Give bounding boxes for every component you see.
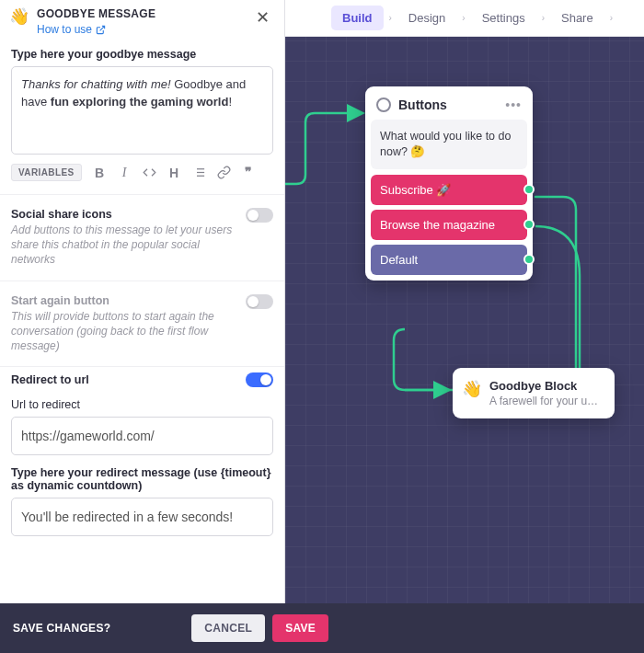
buttons-node-icon [376,97,391,112]
quote-icon[interactable]: ❞ [242,166,256,179]
button-option-subscribe[interactable]: Subscribe 🚀 [371,175,527,205]
button-option-browse[interactable]: Browse the magazine [371,210,527,240]
chevron-right-icon: › [462,13,465,23]
tab-build[interactable]: Build [331,6,384,30]
save-button[interactable]: SAVE [272,614,328,642]
heading-icon[interactable]: H [167,166,181,179]
code-icon[interactable] [143,166,156,179]
save-footer: SAVE CHANGES? CANCEL SAVE [0,603,644,653]
social-share-desc: Add buttons to this message to let your … [11,223,235,268]
redirect-title: Redirect to url [11,373,89,386]
how-to-use-label: How to use [37,23,92,36]
list-icon[interactable] [192,166,206,179]
side-panel: 👋 GOODBYE MESSAGE How to use ✕ Type here… [0,0,285,603]
output-port[interactable] [523,254,535,265]
chevron-right-icon: › [610,13,613,23]
output-port[interactable] [523,219,535,230]
panel-header: 👋 GOODBYE MESSAGE How to use ✕ [0,0,284,40]
buttons-node-prompt[interactable]: What would you like to do now? 🤔 [371,120,527,169]
redirect-toggle[interactable] [246,372,273,387]
social-share-title: Social share icons [11,208,235,221]
start-again-desc: This will provide buttons to start again… [11,309,235,354]
goodbye-node-subtitle: A farewell for your u… [489,395,598,407]
goodbye-node-title: Goodbye Block [489,379,598,393]
goodbye-message-editor[interactable]: Thanks for chatting with me! Goodbye and… [11,66,273,155]
redirect-msg-input[interactable] [11,498,273,536]
tab-share[interactable]: Share [550,6,604,30]
flow-canvas[interactable]: Build › Design › Settings › Share › Butt… [285,0,644,603]
social-share-toggle[interactable] [246,208,273,223]
italic-icon[interactable]: I [118,166,132,179]
save-changes-label: SAVE CHANGES? [13,622,110,635]
goodbye-message-label: Type here your goodbye message [11,48,273,61]
close-button[interactable]: ✕ [252,7,273,28]
wave-icon: 👋 [462,379,482,399]
variables-button[interactable]: VARIABLES [11,164,82,181]
tab-design[interactable]: Design [397,6,456,30]
cancel-button[interactable]: CANCEL [191,614,265,642]
button-option-default[interactable]: Default [371,245,527,275]
redirect-url-input[interactable] [11,417,273,455]
start-again-toggle[interactable] [246,294,273,309]
start-again-row: Start again button This will provide but… [0,281,284,367]
redirect-url-label: Url to redirect [11,398,273,411]
buttons-node[interactable]: Buttons ••• What would you like to do no… [365,86,533,281]
chevron-right-icon: › [389,13,392,23]
node-menu-icon[interactable]: ••• [505,97,522,112]
chevron-right-icon: › [542,13,545,23]
tab-settings[interactable]: Settings [471,6,536,30]
top-nav: Build › Design › Settings › Share › [285,0,644,37]
link-icon[interactable] [217,166,231,179]
external-link-icon [96,25,106,35]
start-again-title: Start again button [11,294,235,307]
how-to-use-link[interactable]: How to use [37,23,106,36]
social-share-row: Social share icons Add buttons to this m… [0,194,284,281]
redirect-msg-label: Type here your redirect message (use {ti… [11,466,273,492]
bold-icon[interactable]: B [93,166,107,179]
output-port[interactable] [523,184,535,195]
goodbye-node[interactable]: 👋 Goodbye Block A farewell for your u… [453,368,615,418]
editor-toolbar: VARIABLES B I H ❞ [11,164,273,181]
buttons-node-title: Buttons [398,97,498,112]
wave-icon: 👋 [9,7,29,28]
panel-title: GOODBYE MESSAGE [37,7,155,20]
